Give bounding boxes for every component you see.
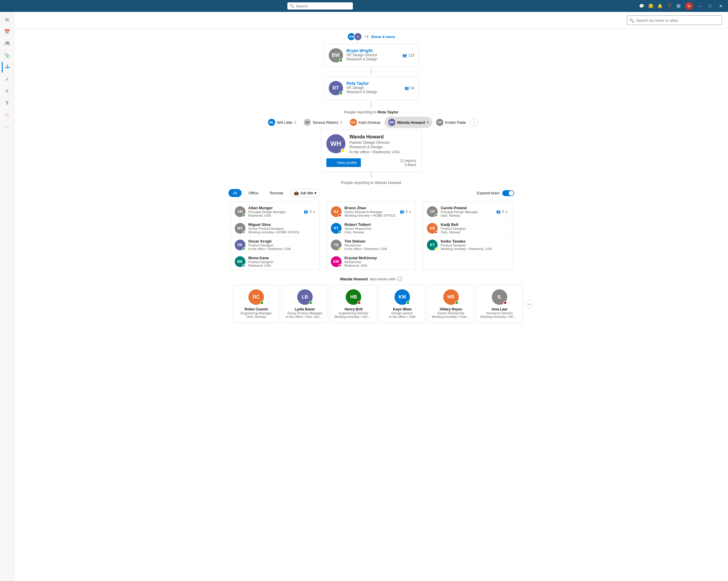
allan-avatar: AM	[235, 206, 245, 217]
allan-expand-button[interactable]: ∧	[313, 209, 315, 214]
tab-katri-ahokas[interactable]: KA Katri Ahokas	[346, 117, 384, 128]
tab-will-little[interactable]: WL Will Little 3	[264, 117, 300, 128]
keiko-title: Product Designer	[441, 244, 492, 247]
show-more-banner: KN + +1 Show 4 more	[347, 29, 395, 42]
coworker-robin[interactable]: RC Robin Counts Engineering Manager Oslo…	[233, 285, 280, 323]
allan-title: Principal Design Manager	[249, 210, 301, 214]
search-input[interactable]	[627, 16, 722, 25]
krystal-name[interactable]: Krystal McKinney	[344, 256, 377, 260]
emoji-icon[interactable]: 😊	[648, 4, 653, 8]
maximize-button[interactable]: □	[707, 3, 713, 9]
sidebar-icon-onenote[interactable]: □	[2, 109, 12, 120]
titlebar-search-input[interactable]	[287, 2, 353, 9]
team-grid: AM Allan Munger Principal Design Manager…	[229, 200, 514, 272]
sidebar-icon-mail[interactable]: ✉	[2, 14, 12, 25]
sidebar-icon-list[interactable]: ≡	[2, 86, 12, 96]
robin-status	[260, 301, 264, 304]
bruno-name[interactable]: Bruno Zhao	[344, 206, 397, 210]
expand-team-toggle: Expand team	[477, 190, 514, 196]
help-icon[interactable]: ❓	[667, 4, 672, 8]
carole-expand-button[interactable]: ∧	[505, 209, 508, 214]
people-icon: 👥	[402, 53, 407, 57]
bruno-expand-button[interactable]: ∧	[409, 209, 412, 214]
filter-remote-button[interactable]: Remote	[265, 189, 288, 197]
sidebar-icon-teams[interactable]: 𝕋	[2, 98, 12, 108]
wanda-card-actions: 👤 View profile 11 reports 3 direct	[327, 158, 416, 167]
sidebar-icon-people[interactable]	[2, 38, 12, 49]
bruno-status	[339, 214, 341, 217]
info-icon[interactable]: i	[397, 277, 402, 281]
reta-name[interactable]: Reta Taylor	[346, 81, 414, 86]
tabs-next-button[interactable]: ›	[470, 118, 478, 126]
sidebar-icon-check[interactable]: ✓	[2, 74, 12, 84]
carole-name[interactable]: Carole Poland	[441, 206, 493, 210]
mona-name[interactable]: Mona Kane	[249, 256, 274, 260]
tim-location: In the office • Redmond, USA	[344, 247, 387, 251]
miguel-title: Senior Product Designer	[249, 227, 300, 230]
bell-icon[interactable]: 🔔	[657, 4, 662, 8]
tim-info: Tim Deboer Researcher In the office • Re…	[344, 239, 387, 251]
bryan-name[interactable]: Bryan Wright	[346, 48, 414, 53]
coworker-kayo[interactable]: KM Kayo Miwa Design partner In the offic…	[379, 285, 425, 323]
inna-name: Inna Laar	[492, 307, 508, 311]
oscar-location: In the office • Redmond, USA	[249, 247, 291, 251]
hillary-title: Senior Researcher	[437, 311, 465, 315]
coworker-henry[interactable]: HB Henry Brill Engineering Director Work…	[331, 285, 377, 323]
show-more-button[interactable]: Show 4 more	[371, 34, 395, 39]
tab-wanda-howard[interactable]: WH Wanda Howard 3	[384, 117, 433, 128]
user-avatar[interactable]: U	[685, 2, 693, 10]
tim-status	[339, 247, 341, 250]
settings-icon[interactable]: ⚙️	[676, 4, 681, 8]
filter-office-button[interactable]: Office	[244, 189, 263, 197]
content-area: 🔍 KN + +1 Show 4 more BW	[14, 12, 728, 581]
henry-avatar: HB	[346, 289, 361, 305]
coworkers-next-button[interactable]: ›	[525, 300, 534, 308]
inna-avatar: IL	[492, 289, 507, 305]
minimize-button[interactable]: –	[697, 3, 703, 9]
close-button[interactable]: ✕	[717, 3, 724, 9]
henry-name: Henry Brill	[344, 307, 363, 311]
oscar-info: Oscar Krogh Product Designer In the offi…	[249, 239, 291, 251]
reta-taylor-card: RT Reta Taylor VP, Design Research & Des…	[324, 76, 419, 100]
coworker-lydia[interactable]: LB Lydia Bauer Group Product Manager In …	[282, 285, 328, 323]
coworker-hillary[interactable]: HR Hillary Reyes Senior Researcher Worki…	[428, 285, 474, 323]
allan-header: AM Allan Munger Principal Design Manager…	[231, 202, 319, 220]
allan-reports: 👥 3 ∧	[304, 209, 315, 214]
carole-header: CP Carole Poland Principal Design Manage…	[423, 202, 512, 220]
expand-team-switch[interactable]	[502, 190, 514, 196]
toggle-knob	[509, 191, 514, 196]
allan-status	[242, 214, 245, 217]
wanda-avatar: WH	[327, 134, 345, 153]
tim-name[interactable]: Tim Deboer	[344, 239, 387, 244]
kadji-name[interactable]: Kadji Bell	[441, 222, 466, 227]
sidebar-icon-org[interactable]	[2, 62, 12, 73]
wanda-name[interactable]: Wanda Howard	[349, 134, 416, 140]
tab-kristin-patte[interactable]: KP Kristin Patte	[432, 117, 470, 128]
also-works-section: Wanda Howard also works with i RC Robin …	[229, 272, 514, 328]
filter-all-button[interactable]: All	[229, 189, 241, 197]
keiko-name[interactable]: Keiko Tanaka	[441, 239, 492, 244]
view-profile-button[interactable]: 👤 View profile	[327, 158, 361, 167]
coworker-inna[interactable]: IL Inna Laar Research Director Working r…	[476, 285, 523, 323]
sidebar-icon-attach[interactable]: 📎	[2, 50, 12, 61]
oscar-name[interactable]: Oscar Krogh	[249, 239, 291, 244]
chat-icon[interactable]: 💬	[639, 4, 644, 8]
sidebar-icon-calendar[interactable]: 📅	[2, 26, 12, 37]
hillary-name: Hillary Reyes	[440, 307, 462, 311]
stacked-avatar-2: +	[354, 32, 362, 41]
robert-name[interactable]: Robert Tolbert	[344, 222, 372, 227]
filter-job-title-dropdown[interactable]: 💼 Job title ▾	[290, 189, 320, 197]
allan-name[interactable]: Allan Munger	[249, 206, 301, 210]
carole-count: 3	[502, 209, 504, 214]
reta-reporting-label: People reporting to Reta Taylor	[344, 107, 398, 116]
krystal-info: Krystal McKinney Researcher Redmond, USA	[344, 256, 377, 267]
sidebar-icon-more[interactable]: ···	[2, 122, 12, 132]
krystal-location: Redmond, USA	[344, 264, 377, 267]
wanda-location: In the office • Redmond, USA	[349, 150, 416, 154]
lydia-name: Lydia Bauer	[295, 307, 315, 311]
wanda-howard-card: WH Wanda Howard Partner Design Director …	[321, 129, 422, 172]
tab-serena-ribeiro[interactable]: SR Serena Ribeiro 3	[300, 117, 346, 128]
tab-wanda-name: Wanda Howard	[397, 120, 425, 125]
miguel-name[interactable]: Miguel Silva	[249, 222, 300, 227]
robert-status	[339, 231, 341, 234]
